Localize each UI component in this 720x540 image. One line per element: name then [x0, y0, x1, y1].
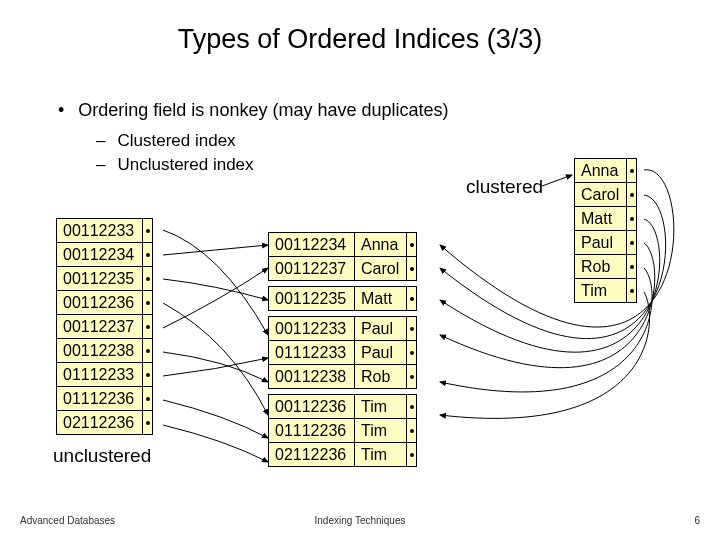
- unclustered-index-table: 00112233 00112234 00112235 00112236 0011…: [56, 218, 153, 435]
- index-row: 01112236: [57, 387, 153, 411]
- data-blocks-table: 00112234Anna 00112237Carol 00112235Matt …: [268, 232, 417, 467]
- unclustered-label: unclustered: [53, 445, 151, 467]
- index-row: 00112233: [57, 219, 153, 243]
- page-title: Types of Ordered Indices (3/3): [0, 24, 720, 55]
- index-row: 00112237: [57, 315, 153, 339]
- data-row: 02112236Tim: [269, 443, 417, 467]
- data-row: 01112233Paul: [269, 341, 417, 365]
- clustered-index-table: Anna Carol Matt Paul Rob Tim: [574, 158, 637, 303]
- index-row: 00112234: [57, 243, 153, 267]
- slide: Types of Ordered Indices (3/3) Ordering …: [0, 0, 720, 540]
- bullets: Ordering field is nonkey (may have dupli…: [58, 100, 449, 179]
- index-row: Anna: [575, 159, 637, 183]
- data-row: 00112233Paul: [269, 317, 417, 341]
- data-row: 00112235Matt: [269, 287, 417, 311]
- bullet-level-2: Clustered index: [96, 131, 449, 151]
- data-row: 01112236Tim: [269, 419, 417, 443]
- index-row: 00112235: [57, 267, 153, 291]
- index-row: 01112233: [57, 363, 153, 387]
- data-row: 00112237Carol: [269, 257, 417, 281]
- page-number: 6: [694, 515, 700, 526]
- index-row: 00112238: [57, 339, 153, 363]
- footer-center: Indexing Techniques: [0, 515, 720, 526]
- bullet-level-2: Unclustered index: [96, 155, 449, 175]
- index-row: Tim: [575, 279, 637, 303]
- index-row: Matt: [575, 207, 637, 231]
- bullet-level-1: Ordering field is nonkey (may have dupli…: [58, 100, 449, 121]
- data-row: 00112236Tim: [269, 395, 417, 419]
- data-row: 00112234Anna: [269, 233, 417, 257]
- clustered-label: clustered: [466, 176, 543, 198]
- index-row: Paul: [575, 231, 637, 255]
- index-row: Rob: [575, 255, 637, 279]
- index-row: Carol: [575, 183, 637, 207]
- index-row: 02112236: [57, 411, 153, 435]
- data-row: 00112238Rob: [269, 365, 417, 389]
- index-row: 00112236: [57, 291, 153, 315]
